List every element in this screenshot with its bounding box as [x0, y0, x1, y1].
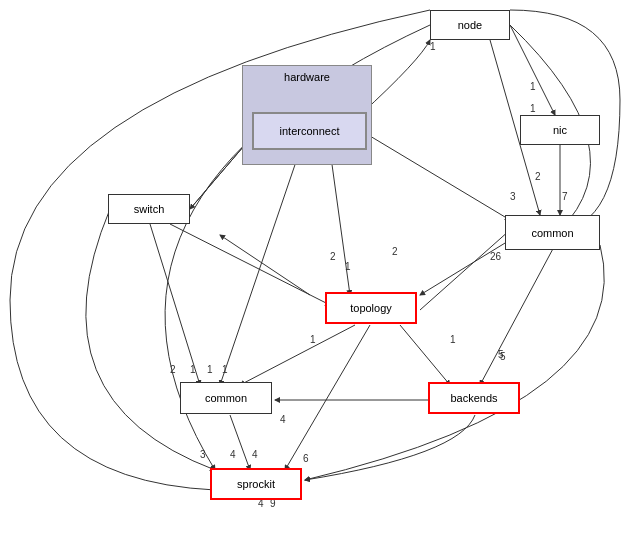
topology-label: topology [350, 302, 392, 314]
interconnect-box: interconnect [252, 112, 367, 150]
nic-label: nic [553, 124, 567, 136]
node-box: node [430, 10, 510, 40]
svg-line-43 [220, 235, 310, 295]
svg-line-18 [240, 325, 355, 385]
svg-line-26 [150, 224, 200, 385]
interconnect-label: interconnect [280, 125, 340, 137]
nic-box: nic [520, 115, 600, 145]
common-bottom-left-label: common [205, 392, 247, 404]
backends-label: backends [450, 392, 497, 404]
svg-text:26: 26 [490, 251, 502, 262]
backends-box: backends [428, 382, 520, 414]
svg-text:4: 4 [230, 449, 236, 460]
svg-line-0 [510, 25, 555, 115]
switch-box: switch [108, 194, 190, 224]
svg-text:2: 2 [330, 251, 336, 262]
topology-box: topology [325, 292, 417, 324]
svg-line-10 [365, 133, 510, 220]
svg-line-36 [285, 325, 370, 470]
hardware-label: hardware [284, 71, 330, 83]
svg-text:1: 1 [190, 364, 196, 375]
svg-line-41 [480, 245, 555, 385]
svg-text:1: 1 [345, 261, 351, 272]
svg-text:6: 6 [303, 453, 309, 464]
svg-text:1: 1 [430, 41, 436, 52]
svg-text:1: 1 [207, 364, 213, 375]
svg-text:5: 5 [498, 349, 504, 360]
svg-text:1: 1 [310, 334, 316, 345]
svg-text:2: 2 [170, 364, 176, 375]
node-label: node [458, 19, 482, 31]
svg-text:1: 1 [450, 334, 456, 345]
diagram-container: 1 2 3 1 1 7 1 2 1 2 26 1 1 [0, 0, 635, 539]
svg-text:3: 3 [200, 449, 206, 460]
svg-text:2: 2 [392, 246, 398, 257]
switch-label: switch [134, 203, 165, 215]
svg-text:1: 1 [530, 103, 536, 114]
svg-line-20 [400, 325, 450, 385]
svg-text:3: 3 [510, 191, 516, 202]
svg-text:4: 4 [280, 414, 286, 425]
sprockit-box: sprockit [210, 468, 302, 500]
common-top-right-box: common [505, 215, 600, 250]
sprockit-label: sprockit [237, 478, 275, 490]
svg-line-11 [330, 150, 350, 295]
svg-line-14 [420, 230, 510, 310]
svg-text:7: 7 [562, 191, 568, 202]
svg-text:1: 1 [530, 81, 536, 92]
common-top-right-label: common [531, 227, 573, 239]
svg-text:4: 4 [252, 449, 258, 460]
svg-text:2: 2 [535, 171, 541, 182]
svg-line-31 [230, 415, 250, 470]
svg-line-16 [420, 240, 510, 295]
svg-line-44 [220, 150, 300, 385]
common-bottom-left-box: common [180, 382, 272, 414]
